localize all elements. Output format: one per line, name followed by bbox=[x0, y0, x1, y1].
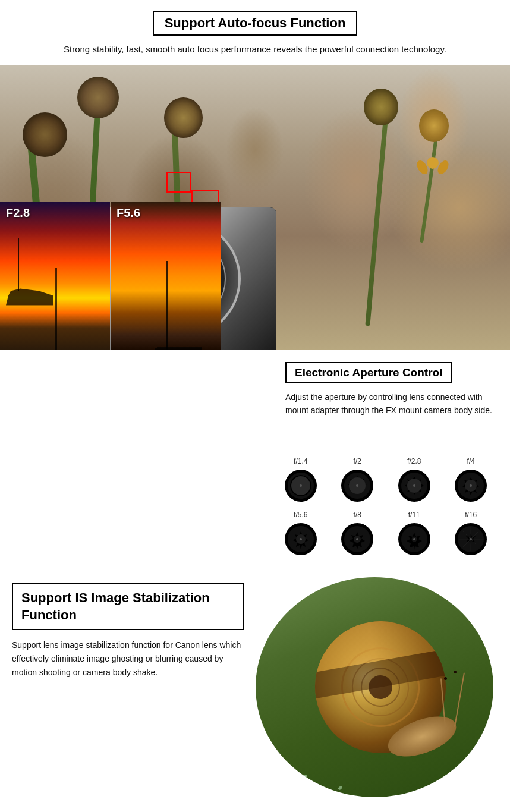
is-title-box: Support IS Image Stabilization Function bbox=[12, 583, 244, 630]
aperture-icon-f11 bbox=[396, 521, 432, 557]
f56-label: F5.6 bbox=[117, 206, 140, 220]
aperture-section: Electronic Aperture Control Adjust the a… bbox=[0, 350, 510, 445]
aperture-diagrams: f/1.4 f/2 bbox=[0, 445, 510, 577]
aperture-label-f8: f/8 bbox=[330, 511, 385, 519]
hero-image: F2.8 F5.6 bbox=[0, 65, 510, 350]
svg-point-24 bbox=[356, 538, 358, 540]
aperture-icon-f16 bbox=[453, 521, 489, 557]
aperture-label-f56: f/5.6 bbox=[273, 511, 328, 519]
aperture-item-f8: f/8 bbox=[330, 511, 385, 559]
aperture-title: Electronic Aperture Control bbox=[295, 366, 442, 379]
svg-point-4 bbox=[300, 484, 302, 487]
aperture-item-f56: f/5.6 bbox=[273, 511, 328, 559]
aperture-grid: f/1.4 f/2 bbox=[273, 451, 498, 565]
aperture-label-f2: f/2 bbox=[330, 457, 385, 465]
f28-label: F2.8 bbox=[6, 206, 30, 220]
focus-box-1 bbox=[166, 172, 191, 193]
aperture-label-f16: f/16 bbox=[444, 511, 499, 519]
svg-point-8 bbox=[356, 484, 358, 487]
aperture-text-block: Electronic Aperture Control Adjust the a… bbox=[285, 362, 498, 445]
svg-point-36 bbox=[470, 538, 472, 540]
aperture-icon-f14 bbox=[283, 468, 319, 503]
aperture-description: Adjust the aperture by controlling lens … bbox=[285, 391, 498, 417]
comparison-f28: F2.8 bbox=[0, 202, 110, 350]
aperture-item-f14: f/1.4 bbox=[273, 457, 328, 506]
aperture-icon-f2 bbox=[339, 468, 375, 503]
aperture-item-f28: f/2.8 bbox=[387, 457, 442, 506]
aperture-icon-f8 bbox=[339, 521, 375, 557]
svg-point-28 bbox=[413, 538, 415, 540]
header-title-box: Support Auto-focus Function bbox=[153, 11, 358, 36]
header-title: Support Auto-focus Function bbox=[165, 15, 346, 31]
header-section: Support Auto-focus Function Strong stabi… bbox=[0, 0, 510, 65]
aperture-label-f11: f/11 bbox=[387, 511, 442, 519]
aperture-label-f4: f/4 bbox=[444, 457, 499, 465]
is-description: Support lens image stabilization functio… bbox=[12, 638, 244, 679]
content-below-hero: Electronic Aperture Control Adjust the a… bbox=[0, 350, 510, 577]
svg-point-16 bbox=[470, 484, 472, 487]
svg-point-12 bbox=[413, 484, 415, 487]
aperture-title-box: Electronic Aperture Control bbox=[285, 362, 452, 383]
is-title: Support IS Image Stabilization Function bbox=[21, 589, 234, 624]
aperture-icon-f28 bbox=[396, 468, 432, 503]
snail-image bbox=[256, 577, 493, 797]
aperture-item-f11: f/11 bbox=[387, 511, 442, 559]
aperture-item-f16: f/16 bbox=[444, 511, 499, 559]
is-text-column: Support IS Image Stabilization Function … bbox=[12, 583, 244, 680]
aperture-item-f4: f/4 bbox=[444, 457, 499, 506]
aperture-icon-f4 bbox=[453, 468, 489, 503]
aperture-item-f2: f/2 bbox=[330, 457, 385, 506]
header-description: Strong stability, fast, smooth auto focu… bbox=[29, 43, 481, 56]
is-section: Support IS Image Stabilization Function … bbox=[0, 577, 510, 809]
aperture-icon-f56 bbox=[283, 521, 319, 557]
aperture-label-f28: f/2.8 bbox=[387, 457, 442, 465]
svg-point-20 bbox=[300, 538, 302, 540]
aperture-label-f14: f/1.4 bbox=[273, 457, 328, 465]
comparison-f56: F5.6 bbox=[111, 202, 221, 350]
